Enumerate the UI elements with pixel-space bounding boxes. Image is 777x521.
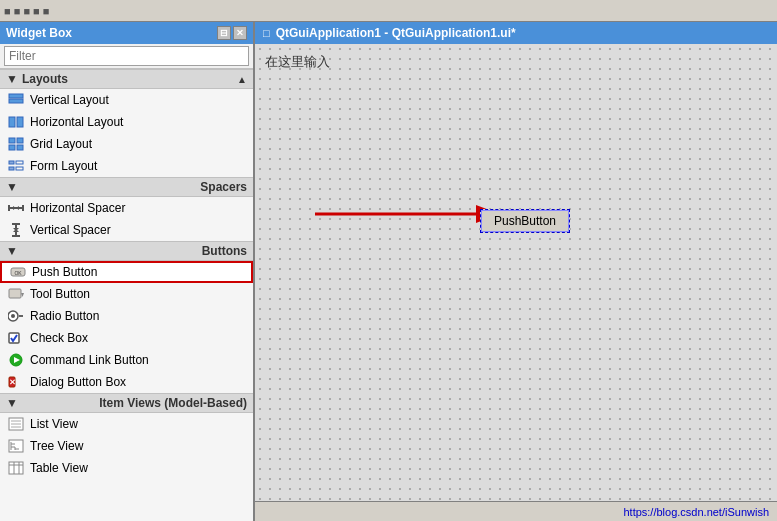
push-button-icon: OK (10, 264, 26, 280)
item-check-box[interactable]: Check Box (0, 327, 253, 349)
canvas-area: □ QtGuiApplication1 - QtGuiApplication1.… (255, 22, 777, 521)
item-tool-button[interactable]: Tool Button (0, 283, 253, 305)
section-item-views[interactable]: ▼ Item Views (Model-Based) (0, 393, 253, 413)
svg-text:✕: ✕ (9, 378, 16, 387)
section-buttons[interactable]: ▼ Buttons (0, 241, 253, 261)
item-tree-view[interactable]: Tree View (0, 435, 253, 457)
svg-text:OK: OK (14, 270, 22, 276)
section-spacers[interactable]: ▼ Spacers (0, 177, 253, 197)
svg-rect-4 (9, 138, 15, 143)
item-grid-layout-label: Grid Layout (30, 137, 92, 151)
close-widget-box-button[interactable]: ✕ (233, 26, 247, 40)
main-area: Widget Box ⊟ ✕ ▼ Layouts ▲ (0, 22, 777, 521)
dialog-button-box-icon: ✕ (8, 374, 24, 390)
section-layouts[interactable]: ▼ Layouts ▲ (0, 69, 253, 89)
vertical-layout-icon (8, 92, 24, 108)
item-form-layout-label: Form Layout (30, 159, 97, 173)
item-tree-view-label: Tree View (30, 439, 83, 453)
svg-point-27 (11, 314, 15, 318)
item-radio-button[interactable]: Radio Button (0, 305, 253, 327)
canvas-title-text: QtGuiApplication1 - QtGuiApplication1.ui… (276, 26, 516, 40)
widget-list: ▼ Layouts ▲ Vertical Layout (0, 69, 253, 521)
float-button[interactable]: ⊟ (217, 26, 231, 40)
push-button-canvas-label: PushButton (494, 214, 556, 228)
section-layouts-arrow: ▼ (6, 72, 18, 86)
svg-rect-9 (16, 161, 23, 164)
status-bar: https://blog.csdn.net/iSunwish (255, 501, 777, 521)
filter-input[interactable] (4, 46, 249, 66)
top-toolbar: ■ ■ ■ ■ ■ (0, 0, 777, 22)
item-vertical-spacer-label: Vertical Spacer (30, 223, 111, 237)
item-horizontal-spacer-label: Horizontal Spacer (30, 201, 125, 215)
item-grid-layout[interactable]: Grid Layout (0, 133, 253, 155)
section-layouts-scroll: ▲ (237, 74, 247, 85)
canvas-inner[interactable]: PushButton (255, 44, 777, 501)
table-view-icon (8, 460, 24, 476)
tree-view-icon (8, 438, 24, 454)
widget-box-titlebar: Widget Box ⊟ ✕ (0, 22, 253, 44)
section-spacers-arrow: ▼ (6, 180, 18, 194)
item-dialog-button-box[interactable]: ✕ Dialog Button Box (0, 371, 253, 393)
item-dialog-button-box-label: Dialog Button Box (30, 375, 126, 389)
item-list-view-label: List View (30, 417, 78, 431)
svg-rect-8 (9, 161, 14, 164)
filter-bar (0, 44, 253, 69)
svg-marker-16 (16, 206, 19, 210)
svg-marker-15 (13, 206, 16, 210)
canvas-input-area (265, 50, 767, 74)
canvas-text-input[interactable] (265, 55, 465, 70)
widget-box-panel: Widget Box ⊟ ✕ ▼ Layouts ▲ (0, 22, 255, 521)
list-view-icon (8, 416, 24, 432)
svg-rect-44 (9, 462, 23, 474)
svg-rect-3 (17, 117, 23, 127)
item-table-view-label: Table View (30, 461, 88, 475)
item-vertical-spacer[interactable]: Vertical Spacer (0, 219, 253, 241)
svg-rect-0 (9, 94, 23, 98)
command-link-button-icon (8, 352, 24, 368)
item-horizontal-layout-label: Horizontal Layout (30, 115, 123, 129)
status-url: https://blog.csdn.net/iSunwish (623, 506, 769, 518)
item-tool-button-label: Tool Button (30, 287, 90, 301)
svg-rect-11 (16, 167, 23, 170)
item-vertical-layout-label: Vertical Layout (30, 93, 109, 107)
grid-layout-icon (8, 136, 24, 152)
horizontal-spacer-icon (8, 200, 24, 216)
section-layouts-label: Layouts (22, 72, 68, 86)
item-form-layout[interactable]: Form Layout (0, 155, 253, 177)
horizontal-layout-icon (8, 114, 24, 130)
widget-box-title-text: Widget Box (6, 26, 72, 40)
svg-rect-10 (9, 167, 14, 170)
canvas-dotted-bg (255, 44, 777, 501)
toolbar-icons: ■ ■ ■ ■ ■ (4, 5, 49, 17)
item-vertical-layout[interactable]: Vertical Layout (0, 89, 253, 111)
section-item-views-arrow: ▼ (6, 396, 18, 410)
form-layout-icon (8, 158, 24, 174)
widget-box-controls: ⊟ ✕ (217, 26, 247, 40)
item-push-button[interactable]: OK Push Button (0, 261, 253, 283)
item-horizontal-spacer[interactable]: Horizontal Spacer (0, 197, 253, 219)
item-radio-button-label: Radio Button (30, 309, 99, 323)
svg-rect-1 (9, 99, 23, 103)
section-spacers-label: Spacers (200, 180, 247, 194)
item-push-button-label: Push Button (32, 265, 97, 279)
canvas-titlebar: □ QtGuiApplication1 - QtGuiApplication1.… (255, 22, 777, 44)
item-command-link-button[interactable]: Command Link Button (0, 349, 253, 371)
item-table-view[interactable]: Table View (0, 457, 253, 479)
check-box-icon (8, 330, 24, 346)
section-buttons-arrow: ▼ (6, 244, 18, 258)
radio-button-icon (8, 308, 24, 324)
push-button-canvas-widget[interactable]: PushButton (480, 209, 570, 233)
item-list-view[interactable]: List View (0, 413, 253, 435)
svg-rect-24 (9, 289, 21, 298)
svg-rect-6 (9, 145, 15, 150)
item-horizontal-layout[interactable]: Horizontal Layout (0, 111, 253, 133)
qt-icon: □ (263, 27, 270, 39)
vertical-spacer-icon (8, 222, 24, 238)
svg-rect-5 (17, 138, 23, 143)
svg-rect-2 (9, 117, 15, 127)
tool-button-icon (8, 286, 24, 302)
item-command-link-button-label: Command Link Button (30, 353, 149, 367)
svg-rect-7 (17, 145, 23, 150)
section-buttons-label: Buttons (202, 244, 247, 258)
svg-marker-21 (13, 229, 19, 232)
